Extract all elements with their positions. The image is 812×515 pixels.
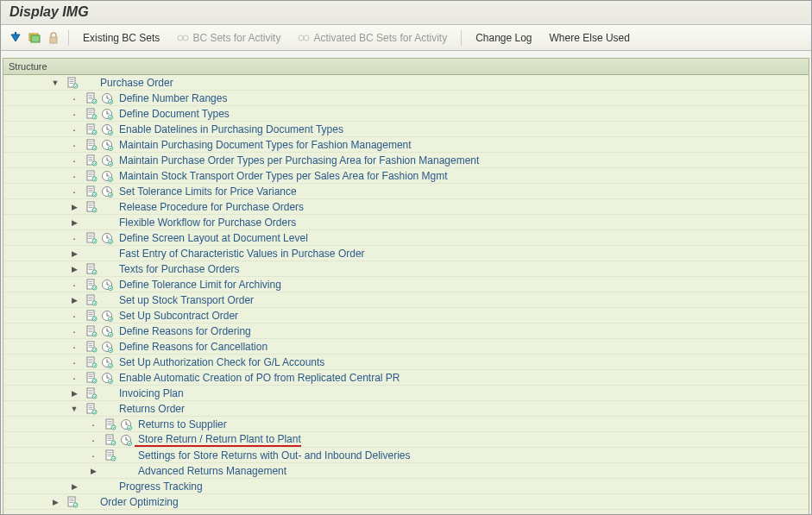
- tree-row[interactable]: ·Define Reasons for Cancellation: [3, 339, 809, 355]
- tree-row[interactable]: ▶Set up Stock Transport Order: [3, 292, 809, 308]
- tree-node-label[interactable]: Maintain Purchasing Document Types for F…: [116, 139, 412, 151]
- expand-toggle-icon[interactable]: ▶: [69, 203, 79, 211]
- activity-icon[interactable]: [100, 341, 114, 353]
- activity-icon[interactable]: [100, 325, 114, 337]
- locked-icon[interactable]: [46, 30, 61, 46]
- doc-icon[interactable]: [85, 310, 98, 322]
- tree-row[interactable]: ·Set Up Authorization Check for G/L Acco…: [3, 355, 809, 370]
- doc-icon[interactable]: [66, 496, 79, 508]
- activated-bc-sets-button[interactable]: Activated BC Sets for Activity: [291, 29, 454, 47]
- tree-node-label[interactable]: Maintain Stock Transport Order Types per…: [116, 170, 448, 182]
- tree-node-label[interactable]: Progress Tracking: [116, 480, 203, 493]
- doc-icon[interactable]: [85, 341, 98, 353]
- tree-node-label[interactable]: Returns Order: [116, 403, 185, 415]
- tree-node-label[interactable]: Define Tolerance Limit for Archiving: [116, 279, 281, 291]
- tree-node-label[interactable]: Store Return / Return Plant to Plant: [135, 433, 301, 447]
- activity-icon[interactable]: [100, 123, 114, 135]
- doc-icon[interactable]: [85, 387, 98, 399]
- doc-icon[interactable]: [85, 201, 98, 213]
- tree-row[interactable]: ·Returns to Supplier: [3, 417, 809, 432]
- doc-icon[interactable]: [85, 372, 98, 384]
- expand-toggle-icon[interactable]: ▶: [69, 218, 79, 227]
- tree-node-label[interactable]: Texts for Purchase Orders: [116, 263, 239, 275]
- activity-icon[interactable]: [100, 170, 114, 182]
- doc-icon[interactable]: [85, 279, 98, 291]
- activity-icon[interactable]: [100, 92, 114, 104]
- collapse-all-icon[interactable]: [27, 30, 42, 46]
- tree-node-label[interactable]: Define Number Ranges: [116, 92, 227, 104]
- doc-icon[interactable]: [85, 92, 98, 104]
- bc-sets-activity-button[interactable]: BC Sets for Activity: [170, 29, 287, 47]
- tree-row[interactable]: ·Set Up Subcontract Order: [3, 308, 809, 323]
- doc-icon[interactable]: [85, 139, 98, 151]
- tree-node-label[interactable]: Enable Datelines in Purchasing Document …: [116, 123, 343, 135]
- tree-row[interactable]: ·Set Tolerance Limits for Price Variance: [3, 184, 809, 199]
- tree-row[interactable]: ·Maintain Stock Transport Order Types pe…: [3, 168, 809, 184]
- tree-node-label[interactable]: Settings for Store Returns with Out- and…: [135, 449, 411, 462]
- tree-row[interactable]: ▶Order Optimizing: [3, 494, 809, 510]
- doc-icon[interactable]: [85, 108, 98, 120]
- tree-node-label[interactable]: Set Tolerance Limits for Price Variance: [116, 185, 297, 198]
- expand-toggle-icon[interactable]: ▶: [69, 389, 79, 398]
- doc-icon[interactable]: [85, 325, 98, 337]
- tree-row[interactable]: ·Define Screen Layout at Document Level: [3, 230, 809, 246]
- tree-node-label[interactable]: Advanced Returns Management: [135, 465, 286, 477]
- tree-node-label[interactable]: Define Document Types: [116, 108, 230, 120]
- tree-node-label[interactable]: Define Screen Layout at Document Level: [116, 232, 308, 244]
- tree-row[interactable]: ·Maintain Purchasing Document Types for …: [3, 137, 809, 153]
- tree-node-label[interactable]: Set up Stock Transport Order: [116, 294, 254, 306]
- tree-node-label[interactable]: Invoicing Plan: [116, 387, 184, 399]
- expand-all-icon[interactable]: [8, 30, 23, 46]
- activity-icon[interactable]: [100, 279, 114, 291]
- expand-toggle-icon[interactable]: ▶: [50, 498, 60, 506]
- doc-icon[interactable]: [104, 449, 117, 462]
- tree-row[interactable]: ·Enable Automatic Creation of PO from Re…: [3, 370, 809, 386]
- tree-node-label[interactable]: Returns to Supplier: [135, 418, 227, 430]
- tree-node-label[interactable]: Fast Entry of Characteristic Values in P…: [116, 248, 365, 260]
- tree-row[interactable]: ·Define Number Ranges: [3, 91, 809, 106]
- doc-icon[interactable]: [85, 232, 98, 244]
- doc-icon[interactable]: [85, 185, 98, 198]
- tree-row[interactable]: ·Settings for Store Returns with Out- an…: [3, 448, 809, 463]
- activity-icon[interactable]: [100, 372, 114, 384]
- activity-icon[interactable]: [119, 418, 133, 430]
- expand-toggle-icon[interactable]: ▶: [69, 296, 79, 305]
- img-tree[interactable]: ▼Purchase Order·Define Number Ranges·Def…: [3, 75, 809, 515]
- doc-icon[interactable]: [85, 403, 98, 415]
- tree-row[interactable]: ·Define Document Types: [3, 106, 809, 122]
- tree-node-label[interactable]: Define Reasons for Ordering: [116, 325, 251, 337]
- activity-icon[interactable]: [100, 356, 114, 368]
- tree-node-label[interactable]: Purchase Order: [97, 77, 173, 89]
- tree-row[interactable]: ▼Returns Order: [3, 401, 809, 417]
- doc-icon[interactable]: [66, 77, 79, 89]
- tree-node-label[interactable]: Set Up Authorization Check for G/L Accou…: [116, 356, 324, 368]
- tree-row[interactable]: ▶Progress Tracking: [3, 479, 809, 494]
- tree-node-label[interactable]: Release Procedure for Purchase Orders: [116, 201, 304, 213]
- tree-row[interactable]: ·Enable Datelines in Purchasing Document…: [3, 122, 809, 137]
- doc-icon[interactable]: [85, 154, 98, 166]
- activity-icon[interactable]: [100, 232, 114, 244]
- tree-row[interactable]: ▶Texts for Purchase Orders: [3, 261, 809, 277]
- expand-toggle-icon[interactable]: ▶: [69, 482, 79, 491]
- doc-icon[interactable]: [104, 434, 117, 446]
- tree-row[interactable]: ·Maintain Purchase Order Types per Purch…: [3, 153, 809, 168]
- expand-toggle-icon[interactable]: ▶: [69, 265, 79, 273]
- activity-icon[interactable]: [100, 108, 114, 120]
- activity-icon[interactable]: [100, 310, 114, 322]
- tree-row[interactable]: ▶Advanced Returns Management: [3, 463, 809, 479]
- expand-toggle-icon[interactable]: ▶: [69, 249, 79, 258]
- tree-row[interactable]: ▶Invoicing Plan: [3, 386, 809, 401]
- where-else-used-button[interactable]: Where Else Used: [543, 29, 637, 47]
- tree-row[interactable]: ·Store Return / Return Plant to Plant: [3, 432, 809, 448]
- doc-icon[interactable]: [85, 294, 98, 306]
- existing-bc-sets-button[interactable]: Existing BC Sets: [76, 29, 167, 47]
- tree-node-label[interactable]: Enable Automatic Creation of PO from Rep…: [116, 372, 400, 384]
- change-log-button[interactable]: Change Log: [469, 29, 538, 47]
- doc-icon[interactable]: [104, 418, 117, 430]
- tree-node-label[interactable]: Define Reasons for Cancellation: [116, 341, 268, 353]
- expand-toggle-icon[interactable]: ▶: [88, 467, 98, 475]
- tree-row[interactable]: ·Define Reasons for Ordering: [3, 323, 809, 339]
- activity-icon[interactable]: [119, 434, 133, 446]
- tree-row[interactable]: ·Define Tolerance Limit for Archiving: [3, 277, 809, 292]
- tree-row[interactable]: ▶Fast Entry of Characteristic Values in …: [3, 246, 809, 261]
